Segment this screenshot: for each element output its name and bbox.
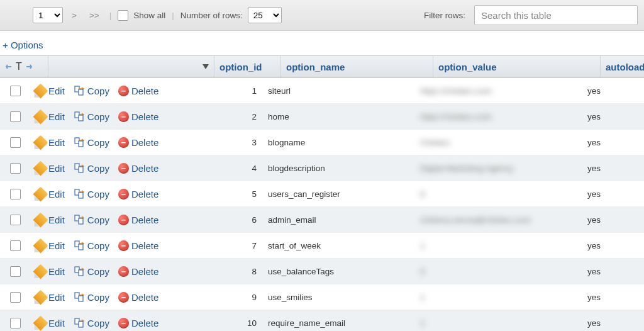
delete-icon: −: [118, 266, 129, 277]
row-checkbox[interactable]: [10, 240, 21, 251]
row-checkbox[interactable]: [10, 266, 21, 277]
copy-icon: [74, 85, 85, 96]
copy-button[interactable]: Copy: [74, 291, 109, 303]
delete-label: Delete: [131, 163, 158, 174]
copy-button[interactable]: Copy: [74, 85, 109, 96]
show-all-checkbox[interactable]: [118, 10, 128, 21]
delete-button[interactable]: − Delete: [118, 292, 158, 303]
page-select[interactable]: 1: [33, 7, 63, 23]
pencil-icon: [33, 135, 48, 150]
edit-button[interactable]: Edit: [35, 292, 65, 303]
edit-button[interactable]: Edit: [35, 137, 65, 148]
row-actions: Edit Copy − Delete: [30, 137, 196, 148]
cell-option-value: 0: [415, 189, 582, 199]
row-checkbox[interactable]: [10, 318, 21, 328]
copy-icon: [74, 188, 85, 199]
row-checkbox[interactable]: [10, 111, 21, 122]
row-checkbox[interactable]: [10, 163, 21, 174]
cell-option-id: 10: [196, 318, 263, 328]
edit-label: Edit: [48, 111, 65, 122]
next-page-button[interactable]: >: [68, 11, 80, 20]
delete-label: Delete: [131, 240, 158, 251]
delete-button[interactable]: − Delete: [118, 240, 158, 251]
edit-label: Edit: [48, 86, 65, 96]
pencil-icon: [33, 238, 48, 253]
cell-autoload: yes: [582, 293, 644, 302]
cell-option-id: 8: [196, 267, 263, 276]
copy-button[interactable]: Copy: [74, 240, 109, 251]
copy-button[interactable]: Copy: [74, 317, 109, 328]
table-row: Edit Copy − Delete 7 start_of_week 1 yes: [0, 233, 644, 259]
edit-button[interactable]: Edit: [35, 240, 65, 251]
cell-option-value: 0: [415, 267, 582, 276]
col-option-name[interactable]: option_name: [281, 56, 433, 77]
rows-select[interactable]: 25: [248, 7, 282, 23]
edit-button[interactable]: Edit: [35, 163, 65, 174]
cell-autoload: yes: [582, 241, 644, 250]
copy-button[interactable]: Copy: [74, 214, 109, 225]
cell-option-value: 1: [415, 318, 582, 328]
delete-button[interactable]: − Delete: [118, 163, 158, 174]
row-checkbox[interactable]: [10, 189, 21, 199]
cell-option-id: 3: [196, 138, 263, 147]
copy-label: Copy: [87, 111, 109, 122]
svg-rect-6: [79, 141, 83, 147]
actions-header: [48, 56, 214, 77]
cell-option-value: https://chelaru.com: [415, 86, 582, 96]
options-toggle[interactable]: + Options: [0, 31, 644, 55]
edit-label: Edit: [48, 318, 65, 328]
copy-icon: [74, 214, 85, 225]
copy-button[interactable]: Copy: [74, 266, 109, 277]
delete-button[interactable]: − Delete: [118, 137, 158, 148]
show-all-label: Show all: [133, 11, 165, 20]
delete-icon: −: [118, 111, 129, 122]
copy-label: Copy: [87, 215, 109, 225]
copy-button[interactable]: Copy: [74, 137, 109, 148]
table-row: Edit Copy − Delete 1 siteurl https://che…: [0, 78, 644, 104]
sort-icon[interactable]: [203, 64, 209, 69]
copy-button[interactable]: Copy: [74, 111, 109, 122]
edit-button[interactable]: Edit: [35, 318, 65, 328]
delete-button[interactable]: − Delete: [118, 111, 158, 122]
edit-button[interactable]: Edit: [35, 189, 65, 199]
row-checkbox[interactable]: [10, 137, 21, 148]
delete-button[interactable]: − Delete: [118, 86, 158, 96]
delete-label: Delete: [131, 86, 158, 96]
edit-button[interactable]: Edit: [35, 266, 65, 277]
cell-autoload: yes: [582, 267, 644, 276]
options-link[interactable]: + Options: [3, 40, 43, 50]
row-checkbox[interactable]: [10, 215, 21, 225]
col-option-id[interactable]: option_id: [214, 56, 281, 77]
delete-button[interactable]: − Delete: [118, 318, 158, 328]
edit-button[interactable]: Edit: [35, 215, 65, 225]
delete-icon: −: [118, 240, 129, 251]
copy-button[interactable]: Copy: [74, 188, 109, 199]
cell-autoload: yes: [582, 189, 644, 199]
cell-option-id: 7: [196, 241, 263, 250]
pagination-toolbar: 1 > >> | Show all | Number of rows: 25 F…: [0, 0, 644, 31]
col-option-value[interactable]: option_value: [433, 56, 601, 77]
cell-option-name: blogname: [263, 138, 415, 147]
delete-button[interactable]: − Delete: [118, 215, 158, 225]
delete-button[interactable]: − Delete: [118, 189, 158, 199]
table-row: Edit Copy − Delete 3 blogname Chelaru ye…: [0, 130, 644, 155]
row-actions: Edit Copy − Delete: [30, 317, 196, 328]
row-checkbox[interactable]: [10, 86, 21, 96]
row-checkbox[interactable]: [10, 292, 21, 303]
copy-button[interactable]: Copy: [74, 162, 109, 174]
edit-button[interactable]: Edit: [35, 111, 65, 122]
delete-button[interactable]: − Delete: [118, 266, 158, 277]
delete-icon: −: [118, 292, 129, 303]
table-row: Edit Copy − Delete 8 use_balanceTags 0 y…: [0, 259, 644, 284]
divider: |: [108, 11, 113, 20]
search-input[interactable]: [474, 5, 638, 25]
edit-button[interactable]: Edit: [35, 86, 65, 96]
col-autoload[interactable]: autoload: [601, 56, 644, 77]
last-page-button[interactable]: >>: [86, 11, 103, 20]
copy-icon: [74, 162, 85, 174]
cell-option-value: Digital Marketing Agency: [415, 164, 582, 173]
pencil-icon: [33, 83, 48, 98]
browse-mode-cell[interactable]: T: [0, 56, 48, 77]
row-actions: Edit Copy − Delete: [30, 188, 196, 199]
delete-icon: −: [118, 189, 129, 199]
